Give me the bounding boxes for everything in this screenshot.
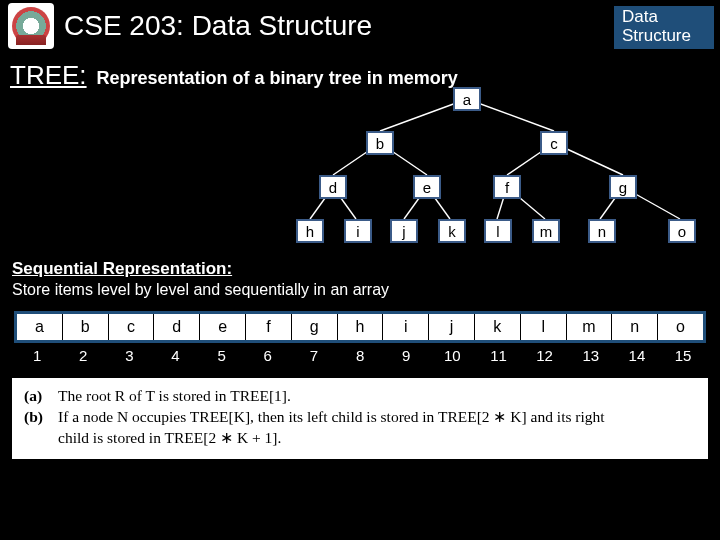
array-cell: f bbox=[246, 314, 292, 340]
array-cell: c bbox=[109, 314, 155, 340]
array-index: 8 bbox=[337, 347, 383, 364]
rule-a-label: (a) bbox=[24, 386, 50, 407]
array-index: 1 bbox=[14, 347, 60, 364]
tree-node-g: g bbox=[609, 175, 637, 199]
array-cell: m bbox=[567, 314, 613, 340]
array-cell: l bbox=[521, 314, 567, 340]
array-cell: e bbox=[200, 314, 246, 340]
array-index: 11 bbox=[475, 347, 521, 364]
institution-logo bbox=[8, 3, 54, 49]
tree-diagram: a b c d e f g h i j k l m n o bbox=[0, 53, 720, 253]
array-cell: h bbox=[338, 314, 384, 340]
array-index: 13 bbox=[568, 347, 614, 364]
rule-b-text-1: If a node N occupies TREE[K], then its l… bbox=[58, 407, 605, 428]
array-cell: g bbox=[292, 314, 338, 340]
rule-b-text-2: child is stored in TREE[2 ∗ K + 1]. bbox=[24, 428, 696, 449]
tree-node-m: m bbox=[532, 219, 560, 243]
index-row: 1 2 3 4 5 6 7 8 9 10 11 12 13 14 15 bbox=[14, 347, 706, 364]
rules-block: (a) The root R of T is stored in TREE[1]… bbox=[12, 378, 708, 459]
tree-node-o: o bbox=[668, 219, 696, 243]
tree-node-f: f bbox=[493, 175, 521, 199]
topic-badge: Data Structure bbox=[614, 6, 714, 49]
array-index: 9 bbox=[383, 347, 429, 364]
array-index: 3 bbox=[106, 347, 152, 364]
tree-node-e: e bbox=[413, 175, 441, 199]
array-index: 7 bbox=[291, 347, 337, 364]
array-index: 6 bbox=[245, 347, 291, 364]
array-cell: i bbox=[383, 314, 429, 340]
badge-line-1: Data bbox=[622, 8, 706, 27]
rule-b-label: (b) bbox=[24, 407, 50, 428]
array-cell: j bbox=[429, 314, 475, 340]
array-cell: d bbox=[154, 314, 200, 340]
array-index: 5 bbox=[199, 347, 245, 364]
course-title: CSE 203: Data Structure bbox=[64, 10, 372, 42]
tree-node-i: i bbox=[344, 219, 372, 243]
tree-node-h: h bbox=[296, 219, 324, 243]
array-cell: a bbox=[17, 314, 63, 340]
sequential-header: Sequential Representation: bbox=[0, 253, 720, 281]
tree-node-l: l bbox=[484, 219, 512, 243]
badge-line-2: Structure bbox=[622, 27, 706, 46]
tree-node-k: k bbox=[438, 219, 466, 243]
sequential-description: Store items level by level and sequentia… bbox=[0, 281, 720, 307]
tree-node-c: c bbox=[540, 131, 568, 155]
array-index: 4 bbox=[152, 347, 198, 364]
tree-node-a: a bbox=[453, 87, 481, 111]
header-bar: CSE 203: Data Structure Data Structure bbox=[0, 0, 720, 52]
rule-a-text: The root R of T is stored in TREE[1]. bbox=[58, 386, 291, 407]
array-cell: n bbox=[612, 314, 658, 340]
array-index: 10 bbox=[429, 347, 475, 364]
tree-node-b: b bbox=[366, 131, 394, 155]
array-index: 14 bbox=[614, 347, 660, 364]
array-index: 12 bbox=[522, 347, 568, 364]
array-index: 15 bbox=[660, 347, 706, 364]
array-cell: b bbox=[63, 314, 109, 340]
array-row: a b c d e f g h i j k l m n o bbox=[14, 311, 706, 343]
tree-node-d: d bbox=[319, 175, 347, 199]
array-index: 2 bbox=[60, 347, 106, 364]
array-cell: k bbox=[475, 314, 521, 340]
tree-node-j: j bbox=[390, 219, 418, 243]
array-cell: o bbox=[658, 314, 703, 340]
tree-node-n: n bbox=[588, 219, 616, 243]
